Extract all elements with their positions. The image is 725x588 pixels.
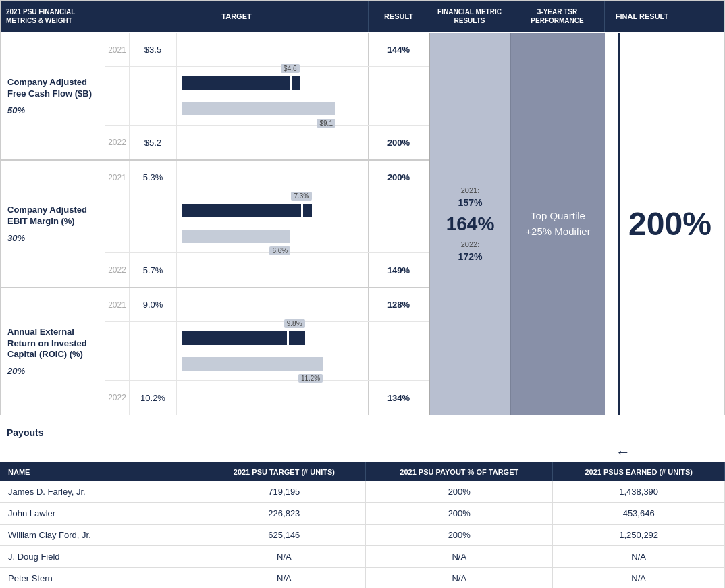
target-cashflow-2022: $5.2 <box>130 126 177 159</box>
table-header: 2021 PSU Financial Metrics & Weight Targ… <box>1 1 724 33</box>
year-ebit-2021: 2021 <box>105 161 130 194</box>
table-row: Peter Stern N/A N/A N/A <box>0 568 725 589</box>
table-row: James D. Farley, Jr. 719,195 200% 1,438,… <box>0 481 725 503</box>
metric-row-roic-bars: 9.8% 11.2% <box>105 322 429 381</box>
result-roic-2021: 128% <box>369 288 429 321</box>
result-roic-2022: 134% <box>369 381 429 415</box>
metric-group-cashflow: Company Adjusted Free Cash Flow ($B) 50%… <box>1 33 429 161</box>
payout-pct-0: 200% <box>366 481 553 503</box>
bars-ebit-2021-empty <box>177 161 369 194</box>
table-row: William Clay Ford, Jr. 625,146 200% 1,25… <box>0 525 725 546</box>
arrow-left-icon: ← <box>616 444 630 461</box>
target-roic-2022: 10.2% <box>130 381 177 415</box>
header-final: Final Result <box>605 1 679 32</box>
metric-row-ebit-bars: 7.3% 6.6% <box>105 194 429 253</box>
bars-roic-2021-empty <box>177 288 369 321</box>
arrow-indicator: ← <box>616 444 630 461</box>
result-cashflow-2022: 200% <box>369 126 429 159</box>
year-ebit-2022: 2022 <box>105 253 130 287</box>
fin-year2022-label: 2022: <box>461 240 480 248</box>
final-result-value: 200% <box>628 205 711 242</box>
metric-name-roic: Annual External Return on Invested Capit… <box>7 327 98 361</box>
bars-roic-2022-empty <box>177 381 369 415</box>
target-ebit-2022: 5.7% <box>130 253 177 287</box>
header-metrics: 2021 PSU Financial Metrics & Weight <box>1 1 105 32</box>
bar-ebit-silver <box>182 230 290 243</box>
bar-tag-roic-silver: 11.2% <box>298 374 323 383</box>
bars-ebit-2022-empty <box>177 253 369 287</box>
payout-target-3: N/A <box>203 546 366 568</box>
header-target: Target <box>105 1 369 32</box>
table-row: J. Doug Field N/A N/A N/A <box>0 546 725 568</box>
payout-pct-4: N/A <box>366 568 553 589</box>
bar-roic-silver <box>182 357 323 371</box>
payout-pct-2: 200% <box>366 525 553 546</box>
header-fin-metric: Financial Metric Results <box>429 1 510 32</box>
arrow-container: ← <box>0 444 725 461</box>
bar-cashflow-navy <box>182 76 300 90</box>
col-header-name: NAME <box>0 462 203 481</box>
final-result-line <box>618 33 620 415</box>
payouts-section: Payouts ← NAME 2021 PSU Target (# Units)… <box>0 422 725 588</box>
metric-row-cashflow-2022: 2022 $5.2 200% <box>105 126 429 159</box>
payout-earned-3: N/A <box>553 546 725 568</box>
bar-tag-ebit-navy: 7.3% <box>291 192 312 201</box>
final-result-cell: 200% <box>605 33 724 415</box>
metric-name-cashflow: Company Adjusted Free Cash Flow ($B) <box>7 77 98 100</box>
payout-earned-4: N/A <box>553 568 725 589</box>
fin-year2021-val: 157% <box>458 197 483 208</box>
result-ebit-2022: 149% <box>369 253 429 287</box>
payout-target-2: 625,146 <box>203 525 366 546</box>
payouts-title: Payouts <box>0 422 725 444</box>
metric-row-roic-2021: 2021 9.0% 128% <box>105 288 429 322</box>
bar-tag-roic-navy: 9.8% <box>284 319 305 328</box>
bar-cashflow-silver <box>182 102 335 115</box>
fin-year2021-label: 2021: <box>461 186 480 194</box>
metric-group-roic: Annual External Return on Invested Capit… <box>1 288 429 415</box>
header-tsr: 3-Year TSR Performance <box>510 1 605 32</box>
col-header-payout: 2021 PSU Payout % of Target <box>366 462 553 481</box>
bars-roic-bars: 9.8% 11.2% <box>177 322 369 380</box>
payout-target-4: N/A <box>203 568 366 589</box>
payout-name-0: James D. Farley, Jr. <box>0 481 203 503</box>
target-cashflow-2021: $3.5 <box>130 33 177 66</box>
tsr-performance: Top Quartile +25% Modifier <box>510 33 605 415</box>
bars-cashflow-bars: $4.6 $9.1 <box>177 67 369 125</box>
payout-name-4: Peter Stern <box>0 568 203 589</box>
header-result: Result <box>369 1 429 32</box>
result-ebit-2021: 200% <box>369 161 429 194</box>
payout-target-0: 719,195 <box>203 481 366 503</box>
target-roic-2021: 9.0% <box>130 288 177 321</box>
bar-tag-cashflow-navy: $4.6 <box>281 64 299 73</box>
metric-weight-cashflow: 50% <box>7 105 98 115</box>
bars-cashflow-2021 <box>177 33 369 66</box>
metric-weight-roic: 20% <box>7 366 98 376</box>
table-row: John Lawler 226,823 200% 453,646 <box>0 503 725 525</box>
metric-row-roic-2022: 2022 10.2% 134% <box>105 381 429 415</box>
bars-cashflow-2022-empty <box>177 126 369 159</box>
payout-pct-1: 200% <box>366 503 553 525</box>
payout-earned-2: 1,250,292 <box>553 525 725 546</box>
metric-row-cashflow-2021: 2021 $3.5 144% <box>105 33 429 67</box>
metric-weight-ebit: 30% <box>7 233 98 243</box>
payout-name-3: J. Doug Field <box>0 546 203 568</box>
payouts-header-row: NAME 2021 PSU Target (# Units) 2021 PSU … <box>0 462 725 481</box>
fin-combined: 164% <box>446 215 495 234</box>
fin-year2022-val: 172% <box>458 251 483 262</box>
payout-pct-3: N/A <box>366 546 553 568</box>
target-ebit-2021: 5.3% <box>130 161 177 194</box>
metric-label-cashflow: Company Adjusted Free Cash Flow ($B) 50% <box>1 33 105 159</box>
payout-target-1: 226,823 <box>203 503 366 525</box>
metric-row-ebit-2021: 2021 5.3% 200% <box>105 161 429 194</box>
payout-name-2: William Clay Ford, Jr. <box>0 525 203 546</box>
year-roic-2022: 2022 <box>105 381 130 415</box>
bars-ebit-bars: 7.3% 6.6% <box>177 194 369 252</box>
year-cashflow-2021: 2021 <box>105 33 130 66</box>
metric-name-ebit: Company Adjusted EBIT Margin (%) <box>7 205 98 228</box>
col-header-earned: 2021 PSUs Earned (# Units) <box>553 462 725 481</box>
payout-name-1: John Lawler <box>0 503 203 525</box>
bar-tag-cashflow-silver: $9.1 <box>317 119 335 128</box>
tsr-text: Top Quartile +25% Modifier <box>519 209 597 239</box>
result-cashflow-2021: 144% <box>369 33 429 66</box>
financial-metric-results: 2021: 157% 164% 2022: 172% <box>429 33 510 415</box>
